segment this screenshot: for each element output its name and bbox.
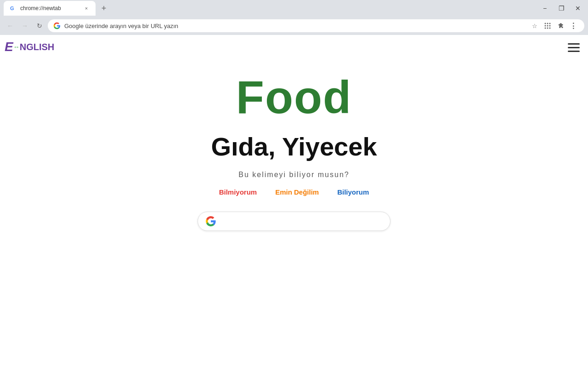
google-logo (205, 216, 216, 227)
address-bar-text: Google üzerinde arayın veya bir URL yazı… (64, 23, 178, 29)
svg-point-10 (549, 28, 551, 29)
turkish-translation: Gıda, Yiyecek (211, 132, 377, 161)
not-sure-button[interactable]: Emin Değilim (271, 186, 322, 198)
question-text: Bu kelimeyi biliyor musun? (238, 171, 349, 179)
logo[interactable]: E ↔ NGLISH (5, 40, 54, 54)
page-content: E ↔ NGLISH Food Gıda, Yiyecek Bu kelimey… (0, 35, 588, 368)
back-button[interactable]: ← (4, 19, 17, 32)
answer-buttons: Bilmiyorum Emin Değilim Biliyorum (215, 186, 373, 198)
address-bar-actions: ☆ ⋮ (529, 20, 579, 31)
address-bar-row: ← → ↻ Google üzerinde arayın veya bir UR… (0, 17, 588, 35)
know-button[interactable]: Biliyorum (334, 186, 373, 198)
hamburger-menu-button[interactable] (568, 43, 580, 52)
hamburger-line-3 (568, 51, 580, 52)
chrome-menu-icon[interactable]: ⋮ (568, 20, 579, 31)
logo-area: E ↔ NGLISH (5, 40, 54, 54)
maximize-button[interactable]: ❐ (555, 2, 568, 15)
google-apps-icon[interactable] (542, 20, 553, 31)
svg-point-3 (547, 23, 548, 24)
svg-point-2 (545, 23, 546, 24)
hamburger-line-1 (568, 43, 580, 45)
google-search-box[interactable] (198, 212, 390, 231)
new-tab-button[interactable]: + (97, 2, 110, 15)
reload-button[interactable]: ↻ (33, 19, 46, 32)
minimize-button[interactable]: − (538, 2, 551, 15)
hamburger-line-2 (568, 47, 580, 48)
main-content-area: Food Gıda, Yiyecek Bu kelimeyi biliyor m… (0, 35, 588, 231)
close-button[interactable]: ✕ (571, 2, 584, 15)
svg-point-5 (545, 25, 546, 27)
logo-nglish: NGLISH (20, 42, 55, 52)
bookmark-icon[interactable]: ☆ (529, 20, 540, 31)
svg-point-4 (549, 23, 551, 24)
tab-title: chrome://newtab (20, 5, 79, 12)
logo-e: E (5, 40, 13, 54)
address-bar[interactable]: Google üzerinde arayın veya bir URL yazı… (48, 19, 584, 32)
extensions-icon[interactable] (555, 20, 566, 31)
address-bar-favicon (53, 22, 61, 29)
svg-point-8 (545, 28, 546, 29)
svg-point-7 (549, 25, 551, 27)
svg-point-9 (547, 28, 548, 29)
tab-favicon: G (9, 5, 17, 12)
browser-tab[interactable]: G chrome://newtab × (4, 1, 96, 16)
search-input[interactable] (221, 218, 383, 225)
forward-button[interactable]: → (18, 19, 31, 32)
dont-know-button[interactable]: Bilmiyorum (215, 186, 261, 198)
tab-close-button[interactable]: × (83, 5, 90, 12)
svg-text:G: G (10, 6, 14, 11)
english-word: Food (236, 72, 352, 122)
svg-point-6 (547, 25, 548, 27)
